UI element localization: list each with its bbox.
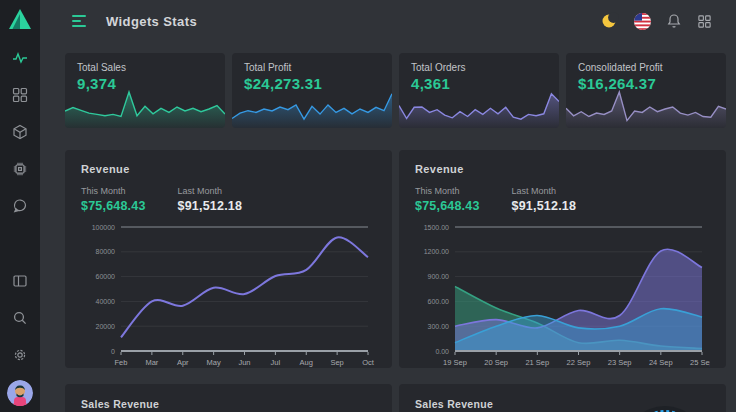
- last-month-label: Last Month: [512, 186, 577, 196]
- revenue-monthly-card: Revenue This Month $75,648.43 Last Month…: [65, 150, 392, 368]
- consolidated-profit-sparkline: [566, 88, 726, 128]
- top-header: Widgets Stats: [40, 0, 736, 36]
- stat-card-consolidated-profit: Consolidated Profit $16,264.37: [566, 53, 726, 128]
- total-profit-sparkline: [232, 88, 392, 128]
- this-month-value: $75,648.43: [415, 199, 480, 213]
- svg-text:Sep: Sep: [330, 358, 343, 367]
- hamburger-menu-icon[interactable]: [72, 15, 86, 27]
- svg-text:25 Sep: 25 Sep: [690, 358, 710, 367]
- svg-text:1200.00: 1200.00: [424, 248, 449, 255]
- total-orders-sparkline: [399, 88, 559, 128]
- svg-text:0: 0: [111, 348, 115, 355]
- svg-text:Aug: Aug: [300, 358, 313, 367]
- sales-revenue-card-1: Sales Revenue $9,641.26: [65, 384, 392, 412]
- content: Total Sales 9,374 Total Profit $24,273.3…: [40, 36, 736, 412]
- stat-card-total-orders: Total Orders 4,361: [399, 53, 559, 128]
- sidebar-nav: [12, 50, 28, 214]
- moon-theme-icon[interactable]: [601, 12, 619, 30]
- main-area: Widgets Stats: [40, 0, 736, 412]
- revenue-monthly-line-chart: 020000400006000080000100000FebMarAprMayJ…: [81, 219, 376, 369]
- card-title: Revenue: [415, 163, 710, 175]
- this-month-label: This Month: [415, 186, 480, 196]
- cube-icon[interactable]: [12, 124, 28, 140]
- svg-text:Apr: Apr: [177, 358, 189, 367]
- svg-text:1500.00: 1500.00: [424, 224, 449, 231]
- last-month-label: Last Month: [178, 186, 243, 196]
- svg-text:20000: 20000: [96, 323, 116, 330]
- sales-revenue-card-2: Sales Revenue $9,641.26: [399, 384, 726, 412]
- svg-text:Jul: Jul: [271, 358, 281, 367]
- revenue-summary: This Month $75,648.43 Last Month $91,512…: [415, 186, 710, 213]
- us-flag-icon[interactable]: [634, 13, 651, 30]
- svg-text:Feb: Feb: [115, 358, 128, 367]
- sidebar-bottom: [7, 273, 33, 412]
- svg-text:20 Sep: 20 Sep: [484, 358, 508, 367]
- last-month-value: $91,512.18: [512, 199, 577, 213]
- svg-text:May: May: [207, 358, 221, 367]
- this-month-value: $75,648.43: [81, 199, 146, 213]
- total-sales-sparkline: [65, 88, 225, 128]
- brand-logo[interactable]: [8, 8, 32, 34]
- svg-text:0.00: 0.00: [435, 348, 449, 355]
- svg-text:Mar: Mar: [145, 358, 158, 367]
- sales-revenue-row: Sales Revenue $9,641.26 Sales Revenue $9…: [65, 384, 726, 412]
- stat-card-total-sales: Total Sales 9,374: [65, 53, 225, 128]
- svg-text:Oct: Oct: [362, 358, 375, 367]
- gear-icon[interactable]: [12, 347, 28, 363]
- chip-icon[interactable]: [12, 161, 28, 177]
- svg-text:40000: 40000: [96, 298, 116, 305]
- svg-text:21 Sep: 21 Sep: [525, 358, 549, 367]
- revenue-summary: This Month $75,648.43 Last Month $91,512…: [81, 186, 376, 213]
- svg-text:80000: 80000: [96, 248, 116, 255]
- svg-text:Jun: Jun: [238, 358, 250, 367]
- stat-label: Total Sales: [65, 53, 225, 73]
- svg-text:900.00: 900.00: [428, 273, 450, 280]
- search-icon[interactable]: [12, 310, 28, 326]
- stat-label: Total Orders: [399, 53, 559, 73]
- radial-gauge: [620, 392, 710, 412]
- svg-text:300.00: 300.00: [428, 323, 450, 330]
- svg-text:600.00: 600.00: [428, 298, 450, 305]
- svg-text:60000: 60000: [96, 273, 116, 280]
- card-title: Revenue: [81, 163, 376, 175]
- revenue-daily-area-chart: 0.00300.00600.00900.001200.001500.0019 S…: [415, 219, 710, 369]
- stat-card-total-profit: Total Profit $24,273.31: [232, 53, 392, 128]
- bell-icon[interactable]: [666, 13, 682, 29]
- stat-label: Total Profit: [232, 53, 392, 73]
- stat-card-row: Total Sales 9,374 Total Profit $24,273.3…: [65, 53, 726, 128]
- donut-gauge: [286, 396, 366, 412]
- svg-text:22 Sep: 22 Sep: [567, 358, 591, 367]
- activity-icon[interactable]: [12, 50, 28, 66]
- last-month-value: $91,512.18: [178, 199, 243, 213]
- this-month-label: This Month: [81, 186, 146, 196]
- grid-icon[interactable]: [12, 87, 28, 103]
- page-title: Widgets Stats: [106, 14, 197, 29]
- svg-text:24 Sep: 24 Sep: [649, 358, 673, 367]
- sidebar: [0, 0, 40, 412]
- revenue-row: Revenue This Month $75,648.43 Last Month…: [65, 150, 726, 368]
- apps-grid-icon[interactable]: [697, 14, 712, 29]
- svg-text:100000: 100000: [92, 224, 115, 231]
- svg-text:19 Sep: 19 Sep: [443, 358, 467, 367]
- user-avatar[interactable]: [7, 380, 33, 406]
- header-icons: [601, 12, 712, 30]
- chat-icon[interactable]: [12, 198, 28, 214]
- stat-label: Consolidated Profit: [566, 53, 726, 73]
- svg-text:23 Sep: 23 Sep: [608, 358, 632, 367]
- revenue-daily-card: Revenue This Month $75,648.43 Last Month…: [399, 150, 726, 368]
- layout-panel-icon[interactable]: [12, 273, 28, 289]
